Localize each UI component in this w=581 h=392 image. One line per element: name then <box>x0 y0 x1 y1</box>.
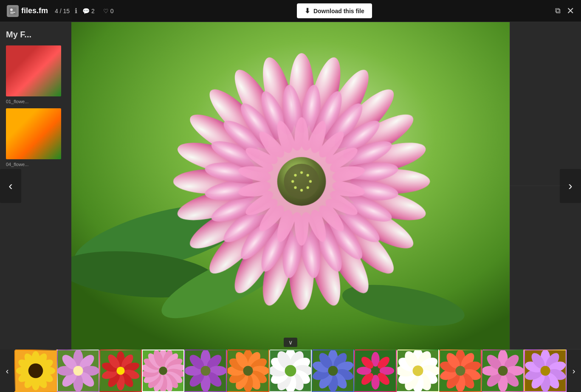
sidebar-thumb-2[interactable] <box>6 108 61 159</box>
svg-point-83 <box>291 180 294 183</box>
svg-point-165 <box>243 366 253 375</box>
sidebar-thumb-1-label: 01_flowe... <box>0 98 72 107</box>
svg-point-191 <box>328 366 338 375</box>
external-link-icon[interactable]: ⧉ <box>555 6 561 15</box>
download-button[interactable]: ⬇ Download this file <box>297 3 372 18</box>
svg-point-78 <box>307 174 309 176</box>
svg-point-249 <box>540 366 550 375</box>
scroll-down-button[interactable]: ∨ <box>284 338 297 347</box>
comment-icon: 💬 <box>82 8 90 14</box>
next-icon: › <box>568 179 572 193</box>
download-label: Download this file <box>313 8 364 14</box>
strip-prev-icon: ‹ <box>6 366 9 376</box>
prev-icon: ‹ <box>8 179 12 193</box>
svg-point-81 <box>300 189 303 192</box>
strip-thumbs-container <box>14 350 567 392</box>
heart-icon: ♡ <box>103 8 109 14</box>
svg-point-227 <box>455 366 465 375</box>
svg-point-1 <box>10 8 13 11</box>
svg-point-82 <box>294 186 296 189</box>
logo[interactable]: files.fm <box>7 5 48 17</box>
info-icon[interactable]: ℹ <box>75 7 77 15</box>
sidebar-thumb-1[interactable] <box>6 45 61 96</box>
main-flower-image <box>71 22 510 350</box>
svg-point-151 <box>200 366 210 375</box>
svg-point-237 <box>498 366 508 375</box>
svg-point-201 <box>371 367 379 375</box>
svg-point-109 <box>73 366 83 375</box>
svg-point-84 <box>294 174 296 176</box>
strip-prev-button[interactable]: ‹ <box>0 350 14 392</box>
logo-text: files.fm <box>21 6 48 15</box>
svg-point-179 <box>285 365 296 377</box>
strip-thumb-9[interactable] <box>354 350 397 392</box>
logo-icon <box>7 5 19 17</box>
download-icon: ⬇ <box>305 7 310 15</box>
strip-thumb-11[interactable] <box>439 350 482 392</box>
svg-point-77 <box>300 171 303 174</box>
strip-thumb-13[interactable] <box>524 350 567 392</box>
strip-thumb-8[interactable] <box>312 350 354 392</box>
right-panel-bottom <box>510 186 581 350</box>
svg-point-99 <box>28 364 43 378</box>
strip-thumb-7[interactable] <box>269 350 312 392</box>
svg-point-121 <box>116 367 124 375</box>
svg-point-141 <box>159 367 167 375</box>
strip-thumb-4[interactable] <box>142 350 184 392</box>
strip-thumb-6[interactable] <box>227 350 269 392</box>
comments-count: 2 <box>91 8 95 14</box>
strip-thumb-2[interactable] <box>57 350 99 392</box>
likes-count: 0 <box>110 8 114 14</box>
svg-point-80 <box>307 186 309 189</box>
likes-button[interactable]: ♡ 0 <box>103 8 114 14</box>
right-panel-top <box>510 22 581 186</box>
strip-thumb-3[interactable] <box>99 350 142 392</box>
strip-thumb-12[interactable] <box>482 350 524 392</box>
sidebar-thumb-2-label: 04_flowe... <box>0 161 72 169</box>
prev-arrow-button[interactable]: ‹ <box>0 169 21 203</box>
strip-next-button[interactable]: › <box>567 350 581 392</box>
svg-rect-2 <box>10 12 15 13</box>
svg-point-215 <box>413 366 423 376</box>
next-arrow-button[interactable]: › <box>560 169 581 203</box>
comments-button[interactable]: 💬 2 <box>82 8 95 14</box>
topbar: files.fm 4 / 15 ℹ 💬 2 ♡ 0 ⬇ Download thi… <box>0 0 581 22</box>
svg-point-79 <box>309 180 312 183</box>
svg-point-76 <box>284 164 319 199</box>
scroll-down-icon: ∨ <box>288 339 293 346</box>
strip-thumb-5[interactable] <box>184 350 227 392</box>
strip-thumb-10[interactable] <box>397 350 439 392</box>
thumbnail-strip: ‹ <box>0 350 581 392</box>
svg-rect-3 <box>10 13 14 14</box>
main-image-area <box>71 22 510 350</box>
strip-thumb-1[interactable] <box>14 350 57 392</box>
file-counter: 4 / 15 <box>55 8 70 14</box>
strip-next-icon: › <box>573 366 575 376</box>
close-icon[interactable]: ✕ <box>567 6 574 17</box>
top-right-controls: ⧉ ✕ <box>555 6 574 17</box>
